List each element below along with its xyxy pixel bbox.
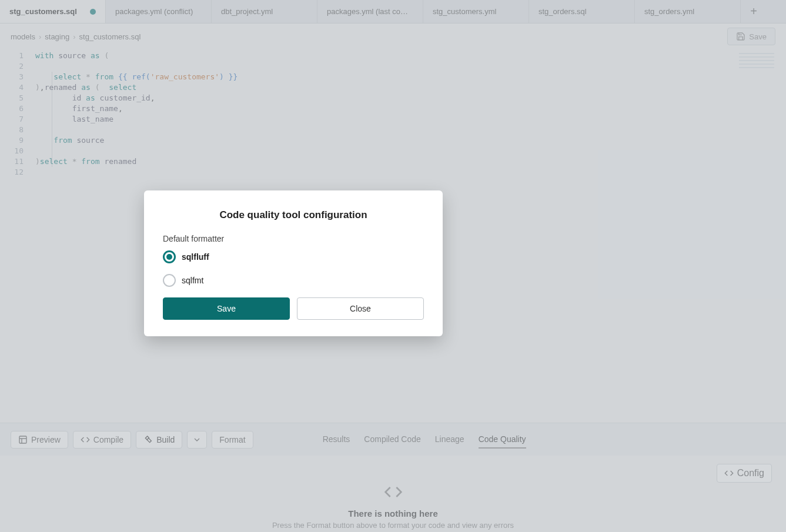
radio-label: sqlfmt — [182, 276, 203, 285]
modal-close-button[interactable]: Close — [297, 297, 424, 320]
radio-icon — [163, 250, 176, 263]
modal-field-label: Default formatter — [163, 234, 424, 243]
radio-icon — [163, 274, 176, 287]
radio-sqlfluff[interactable]: sqlfluff — [163, 250, 424, 263]
radio-label: sqlfluff — [182, 252, 209, 262]
radio-sqlfmt[interactable]: sqlfmt — [163, 274, 424, 287]
modal-title: Code quality tool configuration — [163, 209, 424, 221]
modal-save-button[interactable]: Save — [163, 297, 290, 320]
modal-overlay[interactable]: Code quality tool configuration Default … — [0, 0, 786, 532]
code-quality-config-modal: Code quality tool configuration Default … — [144, 190, 443, 336]
modal-buttons: Save Close — [163, 297, 424, 320]
